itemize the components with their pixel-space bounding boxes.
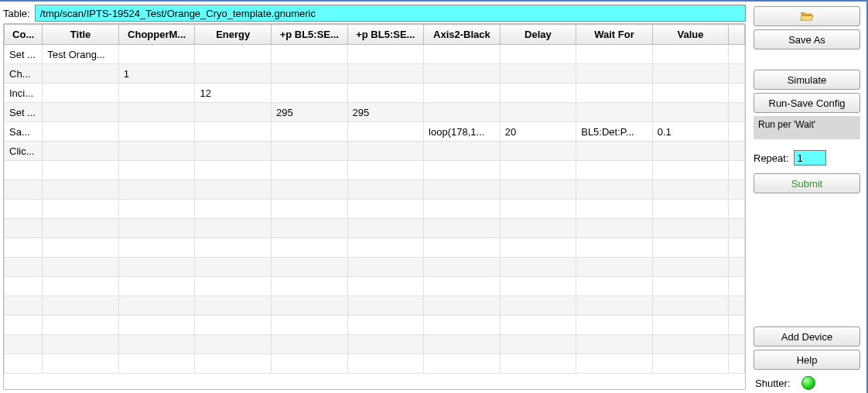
table-cell[interactable]: [43, 296, 119, 316]
table-row[interactable]: [5, 316, 745, 335]
table-cell[interactable]: [43, 335, 119, 354]
table-cell[interactable]: [576, 45, 653, 64]
table-row[interactable]: Inci...12: [5, 84, 745, 103]
table-cell[interactable]: Ch...: [5, 64, 43, 84]
table-cell[interactable]: [576, 161, 653, 180]
table-cell[interactable]: [576, 277, 653, 296]
table-cell[interactable]: [118, 122, 195, 142]
table-cell[interactable]: [43, 200, 119, 219]
table-cell[interactable]: [43, 316, 119, 335]
table-cell[interactable]: Inci...: [5, 84, 43, 103]
table-cell[interactable]: [195, 219, 272, 238]
table-cell[interactable]: [652, 45, 729, 64]
table-cell[interactable]: [652, 64, 729, 84]
table-cell[interactable]: [424, 200, 501, 219]
table-cell[interactable]: [118, 161, 195, 180]
table-cell[interactable]: [347, 122, 424, 142]
table-cell[interactable]: [576, 354, 653, 374]
table-cell[interactable]: [729, 180, 745, 200]
table-cell[interactable]: [195, 103, 272, 122]
table-cell[interactable]: [43, 122, 119, 142]
table-cell[interactable]: [576, 142, 653, 161]
table-cell[interactable]: [195, 142, 272, 161]
table-cell[interactable]: [43, 277, 119, 296]
table-cell[interactable]: [118, 200, 195, 219]
column-header[interactable]: Co...: [5, 25, 43, 45]
table-cell[interactable]: [5, 219, 43, 238]
table-cell[interactable]: [500, 277, 576, 296]
column-header[interactable]: Energy: [195, 25, 272, 45]
table-cell[interactable]: [347, 316, 424, 335]
table-cell[interactable]: [347, 45, 424, 64]
table-cell[interactable]: [652, 238, 729, 258]
table-cell[interactable]: [118, 45, 195, 64]
table-cell[interactable]: [729, 103, 745, 122]
table-cell[interactable]: [195, 316, 272, 335]
table-cell[interactable]: [195, 238, 272, 258]
table-cell[interactable]: [5, 316, 43, 335]
table-cell[interactable]: [347, 296, 424, 316]
table-cell[interactable]: [195, 64, 272, 84]
table-cell[interactable]: [576, 335, 653, 354]
table-cell[interactable]: [43, 84, 119, 103]
table-cell[interactable]: [271, 219, 347, 238]
table-cell[interactable]: [729, 142, 745, 161]
table-cell[interactable]: 295: [347, 103, 424, 122]
table-cell[interactable]: [424, 296, 501, 316]
table-cell[interactable]: [43, 142, 119, 161]
table-cell[interactable]: [271, 335, 347, 354]
table-cell[interactable]: [195, 277, 272, 296]
table-cell[interactable]: Test Orang...: [43, 45, 119, 64]
table-cell[interactable]: [576, 238, 653, 258]
table-cell[interactable]: [347, 142, 424, 161]
column-header[interactable]: [729, 25, 745, 45]
table-cell[interactable]: [652, 142, 729, 161]
table-cell[interactable]: [576, 180, 653, 200]
table-cell[interactable]: [500, 161, 576, 180]
table-cell[interactable]: [195, 161, 272, 180]
table-cell[interactable]: [576, 200, 653, 219]
table-cell[interactable]: [500, 238, 576, 258]
table-cell[interactable]: [118, 180, 195, 200]
table-cell[interactable]: [43, 103, 119, 122]
table-cell[interactable]: [5, 296, 43, 316]
table-cell[interactable]: 1: [118, 64, 195, 84]
table-cell[interactable]: [729, 335, 745, 354]
table-cell[interactable]: [729, 122, 745, 142]
table-row[interactable]: [5, 296, 745, 316]
table-cell[interactable]: [347, 64, 424, 84]
column-header[interactable]: ChopperM...: [118, 25, 195, 45]
table-cell[interactable]: [729, 161, 745, 180]
table-cell[interactable]: 12: [195, 84, 272, 103]
table-row[interactable]: Sa...loop(178,1...20BL5:Det:P...0.1: [5, 122, 745, 142]
table-cell[interactable]: [500, 258, 576, 277]
table-cell[interactable]: [576, 84, 653, 103]
table-cell[interactable]: [118, 103, 195, 122]
table-cell[interactable]: [424, 238, 501, 258]
table-cell[interactable]: [5, 335, 43, 354]
table-cell[interactable]: [729, 64, 745, 84]
table-cell[interactable]: [347, 238, 424, 258]
table-cell[interactable]: [652, 180, 729, 200]
table-cell[interactable]: [424, 84, 501, 103]
table-cell[interactable]: [729, 84, 745, 103]
table-cell[interactable]: [271, 354, 347, 374]
table-cell[interactable]: [43, 238, 119, 258]
table-row[interactable]: [5, 238, 745, 258]
table-cell[interactable]: Clic...: [5, 142, 43, 161]
table-cell[interactable]: BL5:Det:P...: [576, 122, 653, 142]
column-header[interactable]: Delay: [500, 25, 576, 45]
table-cell[interactable]: [5, 200, 43, 219]
table-cell[interactable]: [347, 258, 424, 277]
table-cell[interactable]: Set ...: [5, 103, 43, 122]
column-header[interactable]: +p BL5:SE...: [271, 25, 347, 45]
table-cell[interactable]: [729, 316, 745, 335]
table-cell[interactable]: [118, 316, 195, 335]
open-file-button[interactable]: [754, 6, 860, 26]
table-cell[interactable]: [729, 296, 745, 316]
table-row[interactable]: [5, 161, 745, 180]
simulate-button[interactable]: Simulate: [754, 70, 860, 90]
table-cell[interactable]: [347, 200, 424, 219]
table-cell[interactable]: [43, 219, 119, 238]
table-cell[interactable]: [500, 64, 576, 84]
